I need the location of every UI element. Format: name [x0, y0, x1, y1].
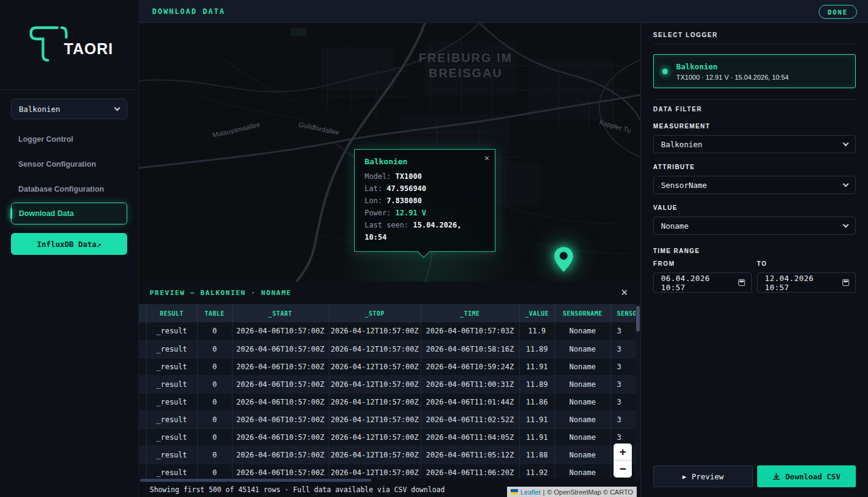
- logger-card[interactable]: Balkonien TX1000 · 12.91 V · 15.04.2026,…: [653, 54, 856, 88]
- table-cell: 0: [197, 428, 232, 446]
- column-header[interactable]: SENSO: [611, 304, 635, 322]
- download-csv-button[interactable]: Download CSV: [757, 465, 856, 487]
- from-datetime-input[interactable]: 06.04.2026 10:57: [653, 273, 752, 293]
- table-cell: 11.89: [519, 375, 555, 393]
- table-cell: Noname: [555, 322, 611, 340]
- attribution-separator: |: [543, 488, 545, 496]
- measurement-label: MEASUREMENT: [653, 123, 856, 130]
- table-cell: Noname: [555, 340, 611, 358]
- play-icon: ▶: [682, 473, 686, 480]
- to-datetime-input[interactable]: 12.04.2026 10:57: [757, 273, 856, 293]
- chevron-down-icon: [843, 181, 849, 187]
- taori-logo-icon: [25, 19, 70, 71]
- table-cell: 2026-04-12T10:57:00Z: [329, 411, 421, 428]
- column-header[interactable]: _VALUE: [519, 304, 555, 322]
- table-cell: 2026-04-12T10:57:00Z: [329, 340, 421, 358]
- table-cell: 2026-04-06T10:57:00Z: [232, 375, 329, 393]
- leaflet-link[interactable]: Leaflet: [520, 488, 541, 496]
- table-cell: 2026-04-06T10:57:00Z: [232, 411, 329, 428]
- table-cell: 0: [197, 358, 232, 375]
- table-cell: 3: [611, 393, 635, 411]
- attribute-label: ATTRIBUTE: [653, 164, 856, 170]
- map-city-label-line2: BREISGAU: [429, 66, 503, 80]
- sidebar-item-download-data[interactable]: Download Data: [11, 203, 127, 224]
- horizontal-scrollbar-thumb[interactable]: [140, 479, 371, 482]
- attribution-text: © OpenStreetMap © CARTO: [547, 488, 633, 496]
- sidebar-item-sensor-configuration[interactable]: Sensor Configuration: [0, 151, 138, 176]
- column-header[interactable]: RESULT: [146, 304, 197, 322]
- sidebar-item-database-configuration[interactable]: Database Configuration: [0, 176, 138, 201]
- preview-header: PREVIEW — BALKONIEN · NONAME ✕: [139, 282, 640, 304]
- horizontal-scrollbar[interactable]: [139, 478, 640, 482]
- table-cell: [139, 375, 146, 393]
- column-header[interactable]: _START: [232, 304, 329, 322]
- table-cell: _result: [146, 464, 197, 478]
- table-cell: 2026-04-06T10:57:00Z: [232, 464, 329, 478]
- sidebar-logger-select[interactable]: Balkonien: [11, 99, 127, 119]
- right-panel-buttons: ▶ Preview Download CSV: [653, 465, 856, 487]
- app-window: TAORI Balkonien Logger Control Sensor Co…: [0, 0, 868, 497]
- time-range-row: FROM 06.04.2026 10:57 TO 12.04.2026 10:5…: [653, 260, 856, 293]
- calendar-icon[interactable]: [738, 279, 745, 286]
- table-cell: 11.89: [519, 340, 555, 358]
- influxdb-data-button[interactable]: InfluxDB Data↗: [11, 233, 127, 255]
- from-datetime-value: 06.04.2026 10:57: [661, 274, 738, 292]
- done-button[interactable]: DONE: [819, 5, 857, 19]
- preview-button[interactable]: ▶ Preview: [653, 465, 753, 487]
- popup-row-last-seen: Last seen: 15.04.2026, 10:54: [365, 219, 486, 243]
- column-header[interactable]: _TIME: [421, 304, 519, 322]
- table-cell: 2026-04-12T10:57:00Z: [329, 375, 421, 393]
- table-cell: 2026-04-06T11:00:31Z: [421, 375, 519, 393]
- map-marker-pin-icon[interactable]: [553, 246, 575, 274]
- table-cell: Noname: [555, 375, 611, 393]
- calendar-icon[interactable]: [842, 279, 849, 286]
- sidebar-item-logger-control[interactable]: Logger Control: [0, 127, 138, 151]
- table-cell: _result: [146, 428, 197, 446]
- table-cell: 2026-04-12T10:57:00Z: [329, 446, 421, 464]
- column-header[interactable]: _STOP: [329, 304, 421, 322]
- table-cell: Noname: [555, 464, 611, 478]
- table-cell: _result: [146, 393, 197, 411]
- value-select-value: Noname: [661, 221, 844, 231]
- sidebar-logger-select-value: Balkonien: [19, 105, 115, 114]
- table-cell: _result: [146, 411, 197, 428]
- table-cell: 2026-04-12T10:57:00Z: [329, 464, 421, 478]
- value-label: VALUE: [653, 204, 856, 211]
- table-cell: 2026-04-12T10:57:00Z: [329, 322, 421, 340]
- table-cell: [139, 358, 146, 375]
- column-header[interactable]: TABLE: [197, 304, 232, 322]
- data-filter-label: DATA FILTER: [653, 106, 856, 113]
- table-cell: 3: [611, 358, 635, 375]
- table-row: _result02026-04-06T10:57:00Z2026-04-12T1…: [139, 375, 635, 393]
- divider: [653, 99, 856, 100]
- map-canvas[interactable]: FREIBURG IM BREISGAU Matsuyamaallee Guil…: [139, 23, 640, 282]
- measurement-select[interactable]: Balkonien: [653, 135, 856, 153]
- table-row: _result02026-04-06T10:57:00Z2026-04-12T1…: [139, 464, 635, 478]
- preview-title: PREVIEW — BALKONIEN · NONAME: [150, 289, 292, 297]
- measurement-select-value: Balkonien: [661, 140, 844, 149]
- table-cell: 2026-04-06T10:59:24Z: [421, 358, 519, 375]
- attribute-select[interactable]: SensorName: [653, 176, 856, 194]
- table-header-row: RESULTTABLE_START_STOP_TIME_VALUESENSORN…: [139, 304, 635, 322]
- value-select[interactable]: Noname: [653, 217, 856, 235]
- table-cell: 2026-04-06T10:57:00Z: [232, 428, 329, 446]
- vertical-scrollbar[interactable]: [635, 304, 640, 478]
- zoom-out-button[interactable]: −: [614, 461, 632, 477]
- table-cell: 2026-04-06T10:58:16Z: [421, 340, 519, 358]
- table-cell: 2026-04-06T11:06:20Z: [421, 464, 519, 478]
- table-cell: 3: [611, 411, 635, 428]
- preview-close-icon[interactable]: ✕: [620, 287, 628, 298]
- popup-row-lat: Lat: 47.956940: [365, 182, 486, 195]
- table-cell: _result: [146, 446, 197, 464]
- column-header[interactable]: [139, 304, 146, 322]
- map-popup: × Balkonien Model: TX1000 Lat: 47.956940…: [354, 149, 495, 252]
- table-row: _result02026-04-06T10:57:00Z2026-04-12T1…: [139, 358, 635, 375]
- column-header[interactable]: SENSORNAME: [555, 304, 611, 322]
- popup-close-icon[interactable]: ×: [485, 153, 489, 163]
- zoom-in-button[interactable]: +: [614, 443, 632, 460]
- table-cell: 3: [611, 375, 635, 393]
- table-cell: [139, 340, 146, 358]
- table-cell: 2026-04-12T10:57:00Z: [329, 393, 421, 411]
- download-icon: [772, 473, 780, 481]
- vertical-scrollbar-thumb[interactable]: [636, 306, 640, 332]
